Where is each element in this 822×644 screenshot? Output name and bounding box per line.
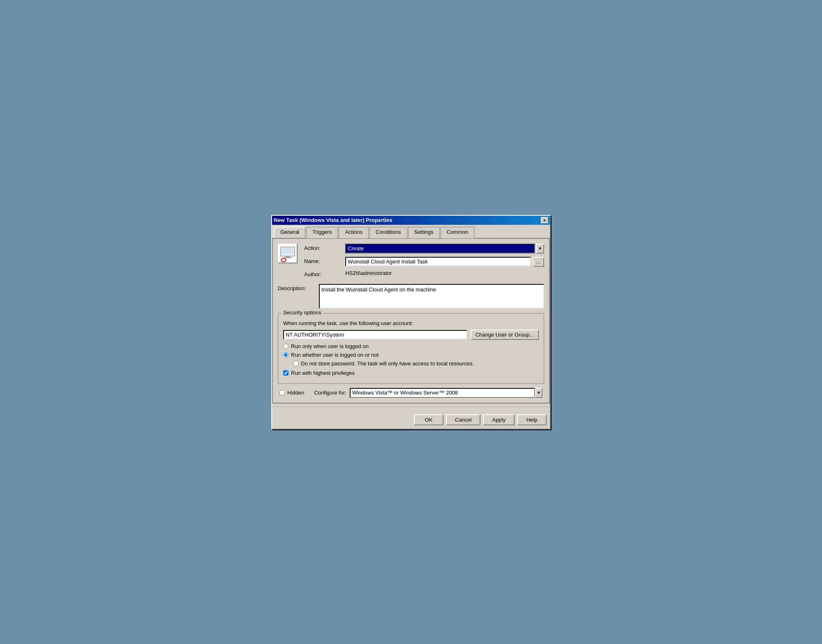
ok-button[interactable]: OK: [414, 414, 443, 425]
configure-for-select[interactable]: Windows Vista™ or Windows Server™ 2008: [350, 388, 535, 398]
radio-logged-on-or-not-label: Run whether user is logged on or not: [291, 352, 379, 358]
name-field: ...: [345, 257, 544, 267]
hidden-label: Hidden: [287, 390, 304, 396]
radio-logged-on-label: Run only when user is logged on: [291, 343, 369, 349]
tab-triggers[interactable]: Triggers: [306, 227, 338, 238]
tab-content-general: Action: Create ▼ Name: ...: [272, 239, 550, 404]
checkbox-no-password-label: Do not store password. The task will onl…: [301, 360, 474, 367]
tab-bar: General Triggers Actions Conditions Sett…: [272, 225, 550, 239]
task-icon: [278, 244, 298, 263]
author-value: HS2N\administrator: [345, 270, 392, 276]
configure-for-row: Configure for: Windows Vista™ or Windows…: [314, 388, 543, 398]
configure-for-select-wrapper: Windows Vista™ or Windows Server™ 2008 ▼: [350, 388, 543, 398]
tab-general[interactable]: General: [274, 226, 305, 238]
security-group-title: Security options: [282, 309, 323, 316]
user-account-row: Change User or Group...: [283, 330, 539, 340]
action-dropdown-arrow[interactable]: ▼: [536, 244, 544, 254]
description-field: Install the Wuinstall Cloud Agent on the…: [319, 284, 544, 310]
name-ellipsis-button[interactable]: ...: [533, 257, 544, 267]
description-label: Description:: [278, 284, 319, 291]
checkbox-highest-privileges[interactable]: [283, 370, 289, 376]
apply-button[interactable]: Apply: [483, 414, 515, 425]
close-button[interactable]: ×: [541, 217, 548, 224]
bottom-row: Hidden Configure for: Windows Vista™ or …: [278, 388, 544, 398]
title-bar: New Task (Windows Vista and later) Prope…: [272, 216, 550, 225]
checkbox-highest-row: Run with highest privileges: [283, 370, 539, 376]
help-button[interactable]: Help: [517, 414, 547, 425]
radio-logged-on-or-not[interactable]: [283, 352, 289, 358]
author-label: Author:: [304, 270, 345, 277]
user-account-description: When running the task, use the following…: [283, 320, 539, 326]
tab-conditions[interactable]: Conditions: [369, 227, 407, 238]
title-bar-buttons: ×: [541, 217, 548, 224]
top-section: Action: Create ▼ Name: ...: [278, 244, 544, 281]
description-row: Description: Install the Wuinstall Cloud…: [278, 284, 544, 310]
author-row: Author: HS2N\administrator: [304, 270, 544, 277]
separator: [272, 407, 550, 408]
action-dropdown[interactable]: Create: [345, 244, 535, 254]
user-account-input[interactable]: [283, 330, 467, 339]
configure-for-dropdown-arrow[interactable]: ▼: [535, 388, 543, 398]
action-label: Action:: [304, 244, 345, 251]
name-label: Name:: [304, 257, 345, 264]
name-row: Name: ...: [304, 257, 544, 267]
description-textarea[interactable]: Install the Wuinstall Cloud Agent on the…: [319, 284, 544, 309]
checkbox-no-password-row: Do not store password. The task will onl…: [293, 360, 539, 367]
form-fields-section: Action: Create ▼ Name: ...: [304, 244, 544, 281]
action-field: Create ▼: [345, 244, 544, 254]
dialog-buttons: OK Cancel Apply Help: [272, 411, 550, 429]
tab-common[interactable]: Common: [441, 227, 475, 238]
radio-logged-on[interactable]: [283, 344, 289, 349]
radio-logged-on-or-not-row: Run whether user is logged on or not: [283, 352, 539, 358]
hidden-checkbox[interactable]: [279, 390, 285, 395]
change-user-button[interactable]: Change User or Group...: [471, 330, 539, 340]
window-title: New Task (Windows Vista and later) Prope…: [274, 217, 392, 223]
monitor-icon: [280, 246, 296, 259]
action-row: Action: Create ▼: [304, 244, 544, 254]
configure-for-label: Configure for:: [314, 390, 346, 396]
tab-settings[interactable]: Settings: [408, 227, 440, 238]
checkbox-no-password[interactable]: [293, 361, 298, 366]
radio-logged-on-row: Run only when user is logged on: [283, 343, 539, 349]
task-properties-dialog: New Task (Windows Vista and later) Prope…: [271, 215, 551, 429]
name-input[interactable]: [345, 257, 531, 266]
hidden-checkbox-row: Hidden: [279, 390, 304, 396]
checkbox-highest-label: Run with highest privileges: [291, 370, 355, 376]
tab-actions[interactable]: Actions: [339, 227, 369, 238]
svg-rect-1: [282, 248, 294, 254]
cancel-button[interactable]: Cancel: [446, 414, 480, 425]
security-options-group: Security options When running the task, …: [278, 313, 544, 384]
